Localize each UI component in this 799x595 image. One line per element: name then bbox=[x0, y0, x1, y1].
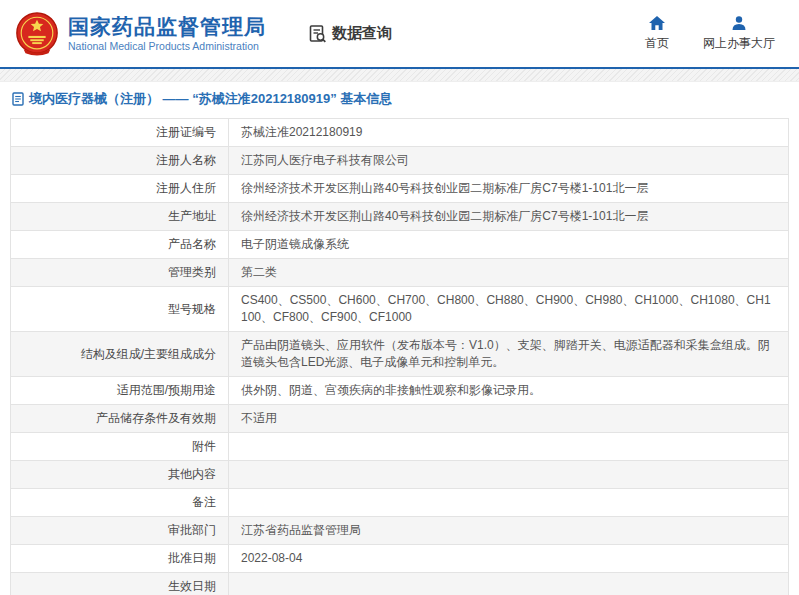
table-row: 附件 bbox=[11, 433, 789, 461]
table-row: 产品名称电子阴道镜成像系统 bbox=[11, 231, 789, 259]
table-row: 批准日期2022-08-04 bbox=[11, 545, 789, 573]
nav-home[interactable]: 首页 bbox=[645, 16, 669, 52]
national-emblem-icon bbox=[14, 11, 60, 57]
field-value bbox=[229, 433, 789, 461]
table-row: 审批部门江苏省药品监督管理局 bbox=[11, 517, 789, 545]
registration-info-table: 注册证编号苏械注准20212180919注册人名称江苏同人医疗电子科技有限公司注… bbox=[10, 118, 789, 595]
table-row: 注册证编号苏械注准20212180919 bbox=[11, 119, 789, 147]
nmpa-logo[interactable]: 国家药品监督管理局 National Medical Products Admi… bbox=[14, 11, 266, 57]
field-label: 产品名称 bbox=[11, 231, 229, 259]
field-label: 注册人住所 bbox=[11, 175, 229, 203]
field-label: 附件 bbox=[11, 433, 229, 461]
field-value: 第二类 bbox=[229, 259, 789, 287]
table-row: 生产地址徐州经济技术开发区荆山路40号科技创业园二期标准厂房C7号楼1-101北… bbox=[11, 203, 789, 231]
page-doc-icon bbox=[12, 92, 24, 106]
field-value: 产品由阴道镜头、应用软件（发布版本号：V1.0）、支架、脚踏开关、电源适配器和采… bbox=[229, 332, 789, 377]
table-row: 注册人名称江苏同人医疗电子科技有限公司 bbox=[11, 147, 789, 175]
table-row: 产品储存条件及有效期不适用 bbox=[11, 405, 789, 433]
field-label: 备注 bbox=[11, 489, 229, 517]
field-label: 产品储存条件及有效期 bbox=[11, 405, 229, 433]
nav-online-hall[interactable]: 网上办事大厅 bbox=[703, 16, 775, 52]
site-subtitle: National Medical Products Administration bbox=[68, 39, 266, 53]
table-row: 备注 bbox=[11, 489, 789, 517]
field-value: 苏械注准20212180919 bbox=[229, 119, 789, 147]
field-value: 供外阴、阴道、宫颈疾病的非接触性观察和影像记录用。 bbox=[229, 377, 789, 405]
nav-home-label: 首页 bbox=[645, 35, 669, 52]
table-row: 其他内容 bbox=[11, 461, 789, 489]
field-value: 江苏省药品监督管理局 bbox=[229, 517, 789, 545]
header-nav: 首页 网上办事大厅 bbox=[645, 16, 785, 52]
field-value: 徐州经济技术开发区荆山路40号科技创业园二期标准厂房C7号楼1-101北一层 bbox=[229, 203, 789, 231]
decor-band bbox=[0, 69, 799, 82]
field-label: 生产地址 bbox=[11, 203, 229, 231]
field-label: 适用范围/预期用途 bbox=[11, 377, 229, 405]
field-value: 2022-08-04 bbox=[229, 545, 789, 573]
table-row: 注册人住所徐州经济技术开发区荆山路40号科技创业园二期标准厂房C7号楼1-101… bbox=[11, 175, 789, 203]
field-label: 注册证编号 bbox=[11, 119, 229, 147]
field-label: 注册人名称 bbox=[11, 147, 229, 175]
field-value bbox=[229, 573, 789, 595]
field-value: 徐州经济技术开发区荆山路40号科技创业园二期标准厂房C7号楼1-101北一层 bbox=[229, 175, 789, 203]
table-row: 型号规格CS400、CS500、CH600、CH700、CH800、CH880、… bbox=[11, 287, 789, 332]
breadcrumb-text: 境内医疗器械（注册） —— “苏械注准20212180919” 基本信息 bbox=[29, 90, 392, 108]
field-value bbox=[229, 489, 789, 517]
breadcrumb: 境内医疗器械（注册） —— “苏械注准20212180919” 基本信息 bbox=[0, 82, 799, 114]
header: 国家药品监督管理局 National Medical Products Admi… bbox=[0, 0, 799, 69]
field-label: 审批部门 bbox=[11, 517, 229, 545]
field-label: 管理类别 bbox=[11, 259, 229, 287]
page: 国家药品监督管理局 National Medical Products Admi… bbox=[0, 0, 799, 595]
field-label: 型号规格 bbox=[11, 287, 229, 332]
field-label: 生效日期 bbox=[11, 573, 229, 595]
site-title: 国家药品监督管理局 bbox=[68, 15, 266, 39]
field-value: 电子阴道镜成像系统 bbox=[229, 231, 789, 259]
field-label: 其他内容 bbox=[11, 461, 229, 489]
home-icon bbox=[649, 16, 665, 30]
field-label: 批准日期 bbox=[11, 545, 229, 573]
nav-hall-label: 网上办事大厅 bbox=[703, 35, 775, 52]
table-row: 适用范围/预期用途供外阴、阴道、宫颈疾病的非接触性观察和影像记录用。 bbox=[11, 377, 789, 405]
table-row: 管理类别第二类 bbox=[11, 259, 789, 287]
logo-text: 国家药品监督管理局 National Medical Products Admi… bbox=[68, 15, 266, 53]
data-query-tab[interactable]: 数据查询 bbox=[308, 24, 392, 44]
field-value: 江苏同人医疗电子科技有限公司 bbox=[229, 147, 789, 175]
data-query-label: 数据查询 bbox=[332, 24, 392, 43]
info-table-body: 注册证编号苏械注准20212180919注册人名称江苏同人医疗电子科技有限公司注… bbox=[11, 119, 789, 595]
table-row: 生效日期 bbox=[11, 573, 789, 595]
table-row: 结构及组成/主要组成成分产品由阴道镜头、应用软件（发布版本号：V1.0）、支架、… bbox=[11, 332, 789, 377]
person-icon bbox=[731, 16, 747, 30]
document-search-icon bbox=[308, 24, 328, 44]
field-value: CS400、CS500、CH600、CH700、CH800、CH880、CH90… bbox=[229, 287, 789, 332]
field-label: 结构及组成/主要组成成分 bbox=[11, 332, 229, 377]
field-value bbox=[229, 461, 789, 489]
field-value: 不适用 bbox=[229, 405, 789, 433]
